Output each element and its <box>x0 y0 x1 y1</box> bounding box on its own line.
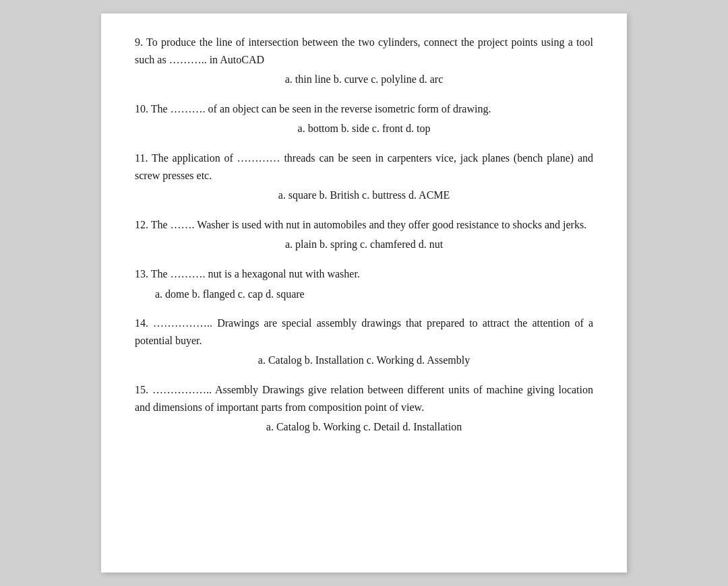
question-13-text: 13. The ………. nut is a hexagonal nut with… <box>135 265 593 283</box>
q12-options: a. plain b. spring c. chamfered d. nut <box>135 236 593 253</box>
question-9: 9. To produce the line of intersection b… <box>135 34 593 88</box>
question-12: 12. The ……. Washer is used with nut in a… <box>135 216 593 253</box>
question-13: 13. The ………. nut is a hexagonal nut with… <box>135 265 593 302</box>
q15-number: 15. <box>135 384 152 395</box>
question-15: 15. …………….. Assembly Drawings give relat… <box>135 381 593 436</box>
question-10-text: 10. The ………. of an object can be seen in… <box>135 100 593 118</box>
q10-options: a. bottom b. side c. front d. top <box>135 120 593 137</box>
q9-body: To produce the line of intersection betw… <box>135 36 593 65</box>
q12-number: 12. <box>135 219 151 230</box>
question-14: 14. …………….. Drawings are special assembl… <box>135 315 593 369</box>
q9-number: 9. <box>135 36 146 48</box>
q14-body: …………….. Drawings are special assembly dr… <box>135 317 593 346</box>
page-container: 9. To produce the line of intersection b… <box>101 13 627 573</box>
q11-number: 11. <box>135 152 152 164</box>
q13-options: a. dome b. flanged c. cap d. square <box>135 286 593 303</box>
question-14-text: 14. …………….. Drawings are special assembl… <box>135 315 593 349</box>
question-15-text: 15. …………….. Assembly Drawings give relat… <box>135 381 593 416</box>
question-11-text: 11. The application of ………… threads can … <box>135 150 593 184</box>
q13-number: 13. <box>135 268 151 280</box>
q15-options: a. Catalog b. Working c. Detail d. Insta… <box>135 418 593 436</box>
question-10: 10. The ………. of an object can be seen in… <box>135 100 593 137</box>
q9-options: a. thin line b. curve c. polyline d. arc <box>135 71 593 88</box>
q14-options: a. Catalog b. Installation c. Working d.… <box>135 352 593 369</box>
q10-body: The ………. of an object can be seen in the… <box>151 103 491 115</box>
q13-body: The ………. nut is a hexagonal nut with was… <box>151 268 360 280</box>
question-11: 11. The application of ………… threads can … <box>135 150 593 204</box>
q11-body: The application of ………… threads can be s… <box>135 152 593 181</box>
question-9-text: 9. To produce the line of intersection b… <box>135 34 593 68</box>
q14-number: 14. <box>135 317 153 329</box>
q11-options: a. square b. British c. buttress d. ACME <box>135 187 593 204</box>
q12-body: The ……. Washer is used with nut in autom… <box>151 219 586 230</box>
q15-body: …………….. Assembly Drawings give relation … <box>135 384 593 413</box>
question-12-text: 12. The ……. Washer is used with nut in a… <box>135 216 593 234</box>
q10-number: 10. <box>135 103 151 115</box>
